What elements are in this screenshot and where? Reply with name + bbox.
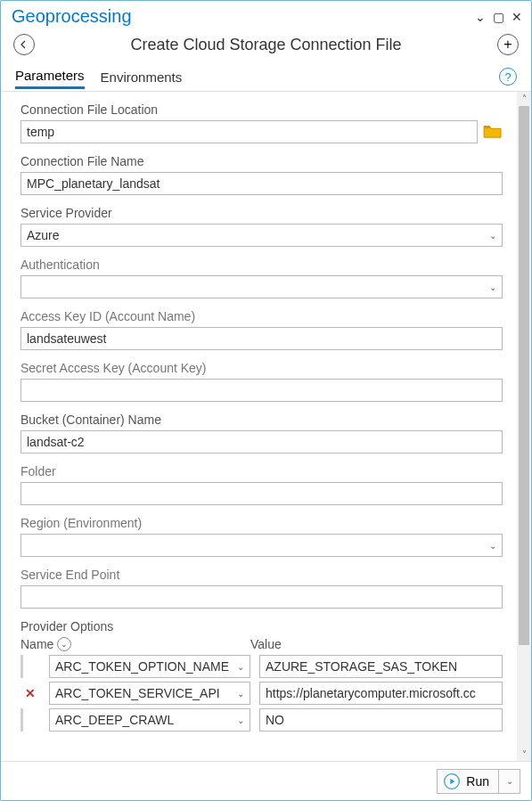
col-name-label: Name xyxy=(20,637,53,651)
option-name-value: ARC_TOKEN_OPTION_NAME xyxy=(55,659,229,674)
maximize-icon[interactable]: ▢ xyxy=(493,10,504,24)
play-icon xyxy=(443,772,461,790)
label-folder: Folder xyxy=(20,464,503,478)
chevron-down-icon: ⌄ xyxy=(489,282,496,292)
run-button-label: Run xyxy=(466,774,498,789)
select-service-provider-value: Azure xyxy=(27,228,60,242)
pane-header: Geoprocessing ⌄ ▢ ✕ xyxy=(1,1,531,30)
field-bucket-name: Bucket (Container) Name xyxy=(20,413,503,454)
pane-title: Geoprocessing xyxy=(12,6,132,27)
row-gutter xyxy=(20,708,40,732)
input-folder[interactable] xyxy=(20,482,503,505)
option-name-value: ARC_TOKEN_SERVICE_API xyxy=(55,686,220,700)
provider-options-title: Provider Options xyxy=(20,619,503,633)
row-gutter xyxy=(20,655,40,678)
close-icon[interactable]: ✕ xyxy=(512,10,522,24)
label-connection-file-location: Connection File Location xyxy=(20,102,503,117)
vertical-scrollbar[interactable]: ˄ ˅ xyxy=(517,92,531,761)
provider-option-row: ✕ ARC_TOKEN_SERVICE_API ⌄ xyxy=(20,682,503,705)
delete-row-button[interactable]: ✕ xyxy=(20,686,40,700)
field-region: Region (Environment) ⌄ xyxy=(20,516,503,557)
col-value-label: Value xyxy=(250,637,282,651)
scrollbar-thumb[interactable] xyxy=(519,106,529,645)
option-name-select[interactable]: ARC_TOKEN_OPTION_NAME ⌄ xyxy=(49,655,250,678)
dropdown-icon[interactable]: ⌄ xyxy=(475,10,486,24)
label-service-provider: Service Provider xyxy=(20,206,503,220)
field-service-end-point: Service End Point xyxy=(20,568,503,609)
label-secret-access-key: Secret Access Key (Account Key) xyxy=(20,361,503,375)
field-secret-access-key: Secret Access Key (Account Key) xyxy=(20,361,503,402)
label-connection-file-name: Connection File Name xyxy=(20,154,503,168)
option-name-select[interactable]: ARC_TOKEN_SERVICE_API ⌄ xyxy=(49,682,250,705)
label-access-key-id: Access Key ID (Account Name) xyxy=(20,309,503,323)
footer: Run ⌄ xyxy=(1,761,531,800)
field-connection-file-location: Connection File Location xyxy=(20,102,503,143)
expand-options-button[interactable]: ⌄ xyxy=(57,637,71,651)
tool-header: Create Cloud Storage Connection File + xyxy=(1,30,531,62)
help-button[interactable]: ? xyxy=(499,68,517,86)
provider-option-row: ARC_DEEP_CRAWL ⌄ xyxy=(20,708,503,732)
tabs: Parameters Environments ? xyxy=(1,62,531,91)
add-button[interactable]: + xyxy=(497,34,519,55)
tool-title: Create Cloud Storage Connection File xyxy=(35,36,497,54)
input-connection-file-location[interactable] xyxy=(20,120,478,143)
field-service-provider: Service Provider Azure ⌄ xyxy=(20,206,503,247)
scrollbar-down-arrow-icon[interactable]: ˅ xyxy=(522,749,527,759)
pane-controls: ⌄ ▢ ✕ xyxy=(475,10,522,24)
provider-option-row: ARC_TOKEN_OPTION_NAME ⌄ xyxy=(20,655,503,678)
option-value-input[interactable] xyxy=(259,682,503,705)
option-name-value: ARC_DEEP_CRAWL xyxy=(55,713,174,727)
field-connection-file-name: Connection File Name xyxy=(20,154,503,195)
select-authentication[interactable]: ⌄ xyxy=(20,275,503,298)
form-body: Connection File Location Connection File… xyxy=(1,92,517,761)
input-bucket-name[interactable] xyxy=(20,430,503,454)
arrow-left-icon xyxy=(19,39,29,50)
run-dropdown-button[interactable]: ⌄ xyxy=(499,769,520,794)
chevron-down-icon: ⌄ xyxy=(489,541,496,551)
option-name-select[interactable]: ARC_DEEP_CRAWL ⌄ xyxy=(49,708,250,732)
input-connection-file-name[interactable] xyxy=(20,172,503,195)
chevron-down-icon: ⌄ xyxy=(489,231,496,241)
form-scroll-area: Connection File Location Connection File… xyxy=(1,91,531,761)
chevron-down-icon: ⌄ xyxy=(237,662,244,672)
run-button[interactable]: Run xyxy=(437,769,499,794)
tab-environments[interactable]: Environments xyxy=(101,66,183,88)
browse-folder-icon[interactable] xyxy=(483,123,503,142)
option-value-input[interactable] xyxy=(259,708,503,732)
field-access-key-id: Access Key ID (Account Name) xyxy=(20,309,503,350)
input-secret-access-key[interactable] xyxy=(20,379,503,402)
label-service-end-point: Service End Point xyxy=(20,568,503,582)
label-region: Region (Environment) xyxy=(20,516,503,530)
back-button[interactable] xyxy=(13,34,35,55)
field-folder: Folder xyxy=(20,464,503,505)
label-authentication: Authentication xyxy=(20,257,503,272)
label-bucket-name: Bucket (Container) Name xyxy=(20,413,503,427)
provider-options-header: Name ⌄ Value xyxy=(20,637,503,651)
geoprocessing-pane: Geoprocessing ⌄ ▢ ✕ Create Cloud Storage… xyxy=(0,0,532,801)
option-value-input[interactable] xyxy=(259,655,503,678)
tab-parameters[interactable]: Parameters xyxy=(15,64,85,89)
chevron-down-icon: ⌄ xyxy=(237,689,244,699)
field-authentication: Authentication ⌄ xyxy=(20,257,503,298)
scrollbar-up-arrow-icon[interactable]: ˄ xyxy=(522,94,527,103)
select-region[interactable]: ⌄ xyxy=(20,534,503,557)
input-service-end-point[interactable] xyxy=(20,585,503,609)
select-service-provider[interactable]: Azure ⌄ xyxy=(20,224,503,247)
input-access-key-id[interactable] xyxy=(20,327,503,350)
chevron-down-icon: ⌄ xyxy=(237,715,244,725)
